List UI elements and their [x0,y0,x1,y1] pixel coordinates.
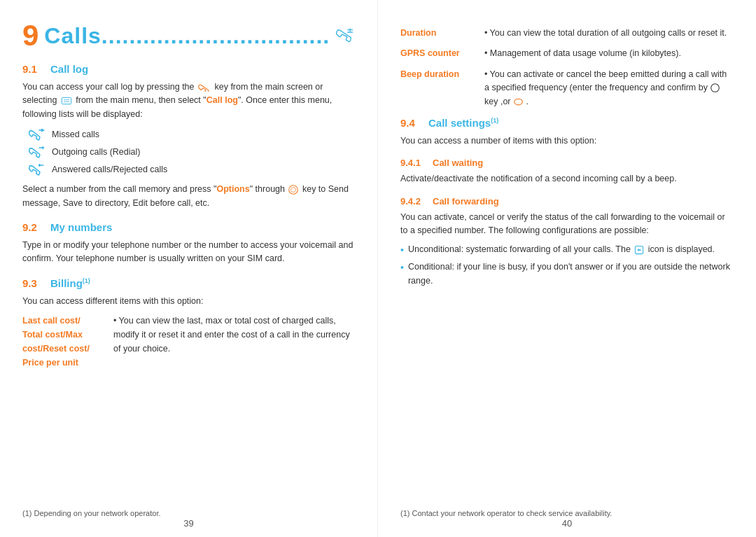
call-list-outgoing: Outgoing calls (Redial) [28,146,355,158]
svg-point-6 [289,186,298,195]
section-94-intro: You can access a number of items with th… [400,134,734,148]
beep-desc: • You can activate or cancel the beep em… [484,68,734,109]
outgoing-call-icon [28,146,45,158]
section-91-num: 9.1 [22,63,43,75]
answered-calls-label: Answered calls/Rejected calls [52,165,167,174]
bullet-conditional-text: Conditional: if your line is busy, if yo… [408,260,734,288]
section-942-body: You can activate, cancel or verify the s… [400,211,734,238]
chapter-header: 9 Calls................................. [22,21,355,50]
svg-point-7 [291,187,296,192]
back-key-icon [514,97,523,106]
section-941-heading: 9.4.1 Call waiting [400,158,734,168]
section-93-title: Billing(1) [50,277,90,289]
bullet-dot-2: • [400,260,404,288]
section-92-body: Type in or modify your telephone number … [22,239,355,266]
gprs-desc: • Management of data usage volume (in ki… [484,47,734,60]
section-92-heading: 9.2 My numbers [22,221,355,233]
billing-table: Last call cost/Total cost/Maxcost/Reset … [22,314,355,370]
bullet-dot-1: • [400,243,404,258]
chapter-number: 9 [22,21,38,50]
section-94-superscript: (1) [491,117,498,124]
section-941-num: 9.4.1 [400,158,427,168]
section-93-num: 9.3 [22,277,43,289]
duration-row: Duration • You can view the total durati… [400,27,734,40]
bullet-unconditional-text: Unconditional: systematic forwarding of … [408,243,715,258]
svg-rect-0 [62,97,71,104]
section-92-num: 9.2 [22,221,43,233]
section-94-heading: 9.4 Call settings(1) [400,117,734,129]
section-941-body: Activate/deactivate the notification of … [400,172,734,186]
outgoing-calls-label: Outgoing calls (Redial) [52,147,140,157]
call-list-missed: Missed calls [28,128,355,141]
missed-call-icon [28,128,45,141]
left-page: 9 Calls.................................… [0,0,378,537]
section-93-heading: 9.3 Billing(1) [22,277,355,289]
ok-key-icon [710,83,720,92]
section-91-body: You can access your call log by pressing… [22,81,355,121]
duration-desc: • You can view the total duration of all… [484,27,734,40]
svg-point-8 [711,84,720,92]
section-91-title: Call log [50,63,88,75]
duration-label: Duration [400,27,484,40]
right-page-number: 40 [378,518,756,529]
section-942-num: 9.4.2 [400,196,427,207]
section-942-heading: 9.4.2 Call forwarding [400,196,734,207]
bullet-conditional: • Conditional: if your line is busy, if … [400,260,734,288]
right-footnote-text: (1) Contact your network operator to che… [400,509,612,517]
call-log-bold: Call log [206,95,238,105]
beep-label: Beep duration [400,68,484,81]
beep-row: Beep duration • You can activate or canc… [400,68,734,109]
left-page-number: 39 [0,518,377,529]
left-footnote-text: (1) Depending on your network operator. [22,509,161,517]
duration-table: Duration • You can view the total durati… [400,27,734,109]
options-note: Select a number from the call memory and… [22,183,355,210]
section-942-title: Call forwarding [433,196,499,207]
section-94-num: 9.4 [400,117,421,129]
call-list-answered: Answered calls/Rejected calls [28,163,355,176]
phone-icon [335,23,355,48]
right-footnote: (1) Contact your network operator to che… [400,509,734,517]
gprs-row: GPRS counter • Management of data usage … [400,47,734,60]
billing-desc: • You can view the last, max or total co… [113,314,355,370]
missed-calls-label: Missed calls [52,130,99,139]
menu-icon-inline [61,96,72,106]
answered-call-icon [28,163,45,176]
section-93-intro: You can access different items with this… [22,295,355,308]
options-icon [288,185,298,195]
bullet-unconditional: • Unconditional: systematic forwarding o… [400,243,734,258]
call-list: Missed calls Outgoing calls (Redial) A [28,128,355,176]
options-bold: Options [216,184,249,194]
gprs-label: GPRS counter [400,47,484,60]
call-key-icon [198,83,211,92]
chapter-title: Calls................................. [44,23,330,49]
section-93-superscript: (1) [83,277,90,284]
section-91-heading: 9.1 Call log [22,63,355,75]
forward-icon [634,245,644,255]
section-941-title: Call waiting [433,158,483,168]
billing-label: Last call cost/Total cost/Maxcost/Reset … [22,314,113,370]
section-92-title: My numbers [50,221,112,233]
section-94-title: Call settings(1) [428,117,498,129]
right-page: Duration • You can view the total durati… [378,0,756,537]
svg-point-9 [514,99,523,105]
left-footnote: (1) Depending on your network operator. [22,509,355,517]
